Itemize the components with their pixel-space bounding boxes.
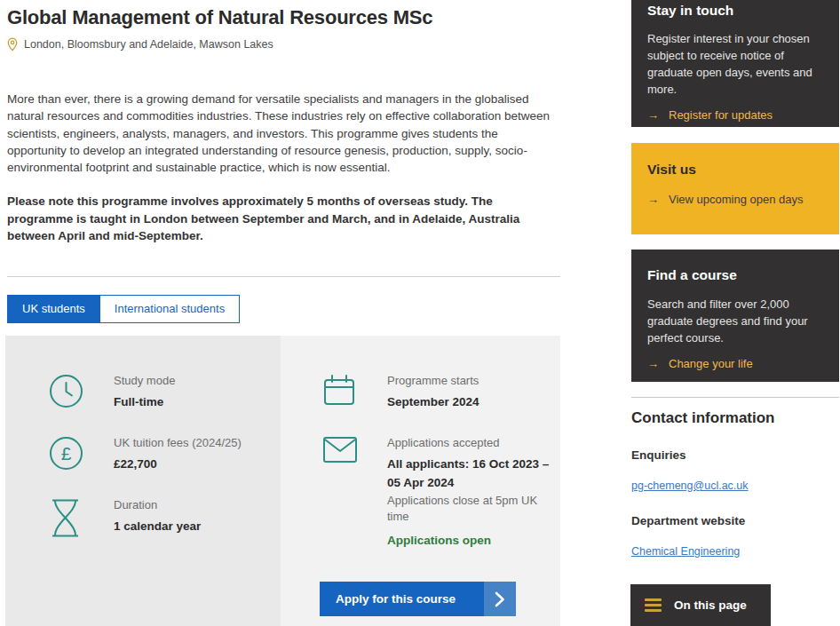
- course-page: Global Management of Natural Resources M…: [0, 0, 840, 626]
- sidebar: Stay in touch Register interest in your …: [631, 0, 839, 559]
- applications-item: Applications accepted All applicants: 16…: [322, 435, 560, 547]
- study-mode-label: Study mode: [114, 373, 279, 388]
- programme-starts-item: Programme starts September 2024: [322, 373, 560, 411]
- applications-close-note: Applications close at 5pm UK time: [387, 493, 552, 525]
- on-this-page-button[interactable]: On this page: [630, 584, 771, 626]
- location-text: London, Bloomsbury and Adelaide, Mawson …: [24, 38, 273, 51]
- department-website-link[interactable]: Chemical Engineering: [631, 545, 740, 558]
- stay-in-touch-title: Stay in touch: [647, 3, 823, 19]
- key-information-panel: Study mode Full-time £ UK tuition fees (…: [5, 336, 560, 626]
- view-open-days-label: View upcoming open days: [669, 193, 804, 206]
- location-row: London, Bloomsbury and Adelaide, Mawson …: [7, 37, 560, 52]
- arrow-right-icon: →: [647, 193, 659, 206]
- programme-starts-label: Programme starts: [387, 373, 552, 388]
- study-mode-item: Study mode Full-time: [49, 373, 281, 411]
- arrow-right-icon: →: [647, 357, 659, 370]
- main-content: Global Management of Natural Resources M…: [7, 0, 560, 323]
- enquiries-email-link[interactable]: pg-chemeng@ucl.ac.uk: [631, 479, 749, 492]
- visit-us-title: Visit us: [647, 162, 823, 178]
- stay-in-touch-box: Stay in touch Register interest in your …: [631, 0, 839, 127]
- stay-in-touch-text: Register interest in your chosen subject…: [647, 30, 823, 98]
- tuition-fees-item: £ UK tuition fees (2024/25) £22,700: [49, 435, 281, 473]
- change-your-life-label: Change your life: [669, 357, 753, 370]
- hourglass-icon: [49, 497, 114, 538]
- programme-starts-value: September 2024: [387, 392, 552, 411]
- svg-text:£: £: [61, 443, 72, 464]
- find-a-course-title: Find a course: [647, 267, 823, 283]
- intro-paragraph: More than ever, there is a growing deman…: [7, 91, 560, 176]
- menu-icon: [645, 598, 662, 612]
- register-for-updates-label: Register for updates: [669, 108, 773, 122]
- duration-item: Duration 1 calendar year: [49, 497, 281, 538]
- tuition-fees-label: UK tuition fees (2024/25): [114, 435, 279, 450]
- envelope-icon: [322, 435, 387, 547]
- visit-us-box: Visit us → View upcoming open days: [631, 143, 839, 234]
- duration-value: 1 calendar year: [114, 517, 279, 535]
- key-info-left-column: Study mode Full-time £ UK tuition fees (…: [5, 336, 281, 626]
- apply-button[interactable]: Apply for this course: [320, 582, 516, 616]
- tuition-fees-value: £22,700: [114, 455, 279, 473]
- chevron-right-icon: [484, 582, 516, 616]
- enquiries-label: Enquiries: [631, 448, 839, 462]
- view-open-days-link[interactable]: → View upcoming open days: [647, 193, 823, 206]
- page-title: Global Management of Natural Resources M…: [7, 0, 560, 29]
- apply-button-label: Apply for this course: [320, 582, 484, 616]
- calendar-icon: [322, 373, 387, 411]
- pound-icon: £: [49, 435, 114, 473]
- duration-label: Duration: [114, 497, 279, 512]
- applications-status: Applications open: [387, 534, 552, 547]
- tab-uk-students[interactable]: UK students: [7, 295, 100, 323]
- location-pin-icon: [7, 37, 18, 52]
- change-your-life-link[interactable]: → Change your life: [647, 357, 823, 370]
- on-this-page-label: On this page: [674, 598, 747, 612]
- contact-information-section: Contact information Enquiries pg-chemeng…: [631, 398, 839, 559]
- key-info-right-column: Programme starts September 2024 Applicat…: [281, 336, 560, 626]
- contact-information-title: Contact information: [631, 409, 839, 427]
- overseas-note-paragraph: Please note this programme involves appr…: [7, 193, 560, 245]
- register-for-updates-link[interactable]: → Register for updates: [647, 108, 823, 122]
- study-mode-value: Full-time: [114, 392, 279, 411]
- fee-tabs: UK students International students: [7, 295, 560, 323]
- applications-label: Applications accepted: [387, 435, 552, 450]
- arrow-right-icon: →: [647, 108, 659, 122]
- clock-icon: [49, 373, 114, 411]
- tab-international-students[interactable]: International students: [100, 295, 240, 323]
- find-a-course-text: Search and filter over 2,000 graduate de…: [647, 296, 823, 346]
- department-website-label: Department website: [631, 514, 839, 527]
- find-a-course-box: Find a course Search and filter over 2,0…: [631, 250, 839, 382]
- applications-dates: All applicants: 16 Oct 2023 – 05 Apr 202…: [387, 455, 552, 492]
- content-divider: [7, 276, 560, 277]
